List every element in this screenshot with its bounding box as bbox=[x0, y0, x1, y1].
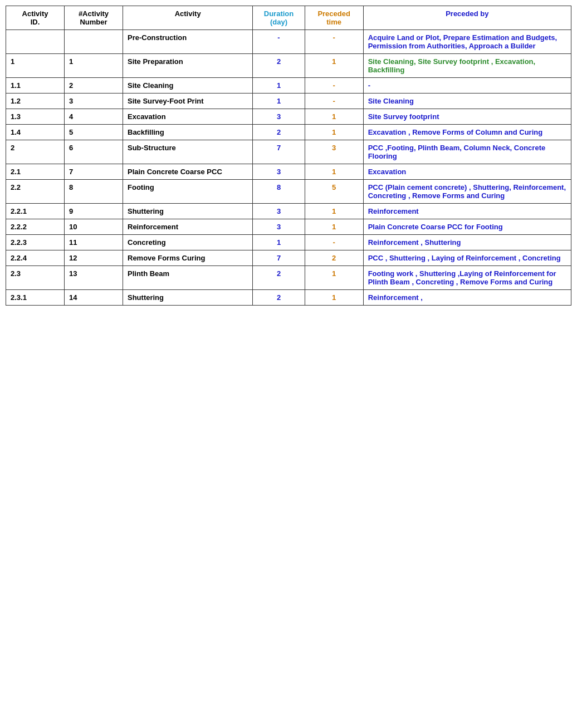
table-row: 2.28Footing85PCC (Plain cement concrete)… bbox=[6, 180, 571, 204]
header-activity-number: #Activity Number bbox=[65, 6, 123, 30]
table-row: 1.34Excavation31Site Survey footprint bbox=[6, 109, 571, 125]
table-row: 2.2.210Reinforcement31Plain Concrete Coa… bbox=[6, 219, 571, 235]
table-row: 2.3.114Shuttering21Reinforcement , bbox=[6, 290, 571, 306]
construction-schedule-table: Activity ID. #Activity Number Activity D… bbox=[6, 6, 571, 306]
table-row: 26Sub-Structure73PCC ,Footing, Plinth Be… bbox=[6, 140, 571, 164]
table-row: 2.2.311Concreting1-Reinforcement , Shutt… bbox=[6, 235, 571, 250]
header-preceded-by: Preceded by bbox=[363, 6, 571, 30]
header-duration: Duration (day) bbox=[253, 6, 305, 30]
table-row: 11Site Preparation21Site Cleaning, Site … bbox=[6, 54, 571, 78]
table-row: 1.45Backfilling21Excavation , Remove For… bbox=[6, 125, 571, 140]
table-row: 2.2.19Shuttering31Reinforcement bbox=[6, 204, 571, 219]
header-preceded-time: Preceded time bbox=[305, 6, 363, 30]
table-row: Pre-Construction--Acquire Land or Plot, … bbox=[6, 30, 571, 54]
header-activity-id: Activity ID. bbox=[6, 6, 65, 30]
header-activity: Activity bbox=[123, 6, 253, 30]
table-row: 2.17Plain Concrete Coarse PCC31Excavatio… bbox=[6, 164, 571, 180]
table-row: 1.12Site Cleaning1-- bbox=[6, 78, 571, 94]
table-row: 2.2.412Remove Forms Curing72PCC , Shutte… bbox=[6, 250, 571, 266]
table-row: 1.23Site Survey-Foot Print1-Site Cleanin… bbox=[6, 94, 571, 109]
table-row: 2.313Plinth Beam21Footing work , Shutter… bbox=[6, 266, 571, 290]
